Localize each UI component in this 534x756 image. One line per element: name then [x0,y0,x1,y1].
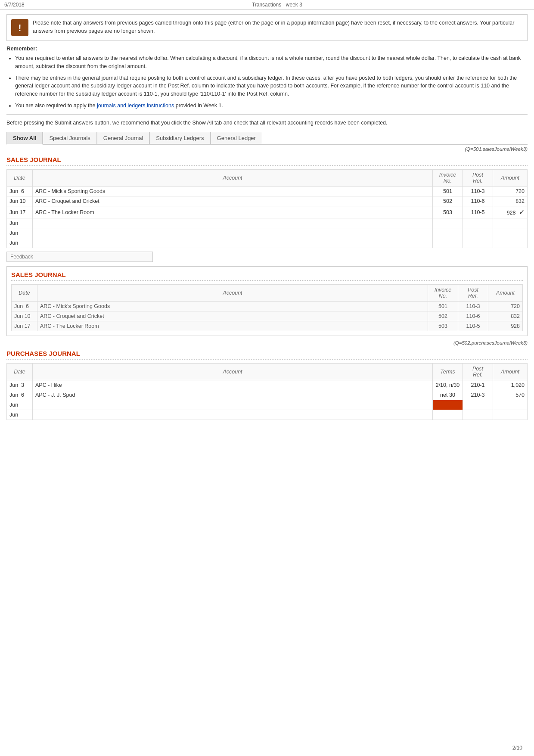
amount-cell: 570 [493,390,528,400]
sales-journal-1-section: SALES JOURNAL Date Account InvoiceNo. Po… [6,156,528,262]
invoice-cell-editable[interactable] [433,238,463,248]
table-row: Jun 17 ARC - The Locker Room 503 110-5 9… [12,321,523,331]
account-cell: ARC - The Locker Room [37,321,428,331]
terms-input[interactable] [435,402,460,408]
amount-input[interactable] [496,220,525,226]
amount-cell-editable[interactable] [493,400,528,410]
postref-cell: 110-5 [458,321,488,331]
col-postref-1: PostRef. [463,170,493,187]
top-bar-title: Transactions - week 3 [252,2,302,8]
invoice-cell-editable[interactable] [433,228,463,238]
sales-journal-1-table: Date Account InvoiceNo. PostRef. Amount … [6,169,528,248]
table-row: Jun 6 ARC - Mick's Sporting Goods 501 11… [12,302,523,311]
postref-cell-editable[interactable] [463,228,493,238]
amount-cell-editable[interactable] [493,238,528,248]
postref-input[interactable] [466,230,490,236]
postref-input[interactable] [466,412,490,418]
amount-input[interactable] [496,412,525,418]
table-row: Jun [7,410,528,420]
svg-text:!: ! [18,22,21,33]
postref-cell: 110-6 [463,196,493,206]
postref-input[interactable] [466,220,490,226]
remember-item-2: There may be entries in the general jour… [15,74,528,98]
date-cell: Jun 6 [7,390,33,400]
postref-cell-editable[interactable] [463,400,493,410]
feedback-row [6,252,528,262]
amount-input[interactable] [496,402,525,408]
table-row: Jun 3 APC - Hike 2/10, n/30 210-1 1,020 [7,380,528,390]
account-cell: ARC - Mick's Sporting Goods [33,187,433,196]
terms-input[interactable] [435,412,460,418]
amount-input[interactable] [496,230,525,236]
tab-special-journals[interactable]: Special Journals [43,132,96,144]
account-cell-editable[interactable] [33,228,433,238]
feedback-input[interactable] [6,252,153,262]
postref-cell: 210-3 [463,390,493,400]
postref-cell-editable[interactable] [463,238,493,248]
terms-cell: net 30 [433,390,463,400]
account-input[interactable] [35,240,430,246]
postref-cell-editable[interactable] [463,218,493,228]
top-bar: 6/7/2018 Transactions - week 3 [0,0,534,10]
sales-journal-2-section: SALES JOURNAL Date Account InvoiceNo. Po… [6,266,528,336]
date-cell: Jun 17 [7,206,33,218]
invoice-cell: 503 [433,206,463,218]
purchases-journal-table: Date Account Terms PostRef. Amount Jun 3… [6,363,528,420]
table-row: Jun [7,238,528,248]
invoice-cell-editable[interactable] [433,218,463,228]
sales-journal-2-title: SALES JOURNAL [11,271,523,281]
col-date-1: Date [7,170,33,187]
account-cell-editable[interactable] [33,218,433,228]
sales-journal-1-title: SALES JOURNAL [6,156,528,166]
before-press: Before pressing the Submit answers butto… [6,114,528,127]
account-cell-editable[interactable] [33,238,433,248]
col-account-2: Account [37,285,428,302]
invoice-input[interactable] [435,230,460,236]
invoice-cell: 501 [428,302,458,311]
remember-item-1: You are required to enter all answers to… [15,54,528,71]
tab-general-journal[interactable]: General Journal [97,132,150,144]
date-cell: Jun 3 [7,380,33,390]
col-date-2: Date [12,285,37,302]
col-account-pj: Account [33,364,433,380]
amount-cell: 928 [488,321,523,331]
tab-general-ledger[interactable]: General Ledger [211,132,262,144]
tab-subsidiary-ledgers[interactable]: Subsidiary Ledgers [149,132,210,144]
amount-cell-editable[interactable] [493,228,528,238]
postref-input[interactable] [466,240,490,246]
account-cell-editable[interactable] [33,410,433,420]
col-postref-2: PostRef. [458,285,488,302]
invoice-input[interactable] [435,240,460,246]
account-cell: APC - Hike [33,380,433,390]
account-input[interactable] [35,412,430,418]
postref-cell-editable[interactable] [463,410,493,420]
account-cell: ARC - Mick's Sporting Goods [37,302,428,311]
invoice-cell: 503 [428,321,458,331]
invoice-input[interactable] [435,220,460,226]
amount-cell: 720 [488,302,523,311]
account-cell: ARC - Croquet and Cricket [33,196,433,206]
remember-section: Remember: You are required to enter all … [6,45,528,110]
table-row: Jun 6 ARC - Mick's Sporting Goods 501 11… [7,187,528,196]
table-row: Jun [7,218,528,228]
account-input[interactable] [35,220,430,226]
terms-cell-highlight[interactable] [433,400,463,410]
journals-link[interactable]: journals and ledgers instructions [97,103,176,109]
postref-input[interactable] [466,402,490,408]
amount-input[interactable] [496,240,525,246]
account-cell-editable[interactable] [33,400,433,410]
table-row: Jun 17 ARC - The Locker Room 503 110-5 9… [7,206,528,218]
remember-item-3: You are also required to apply the journ… [15,102,528,110]
terms-cell-editable[interactable] [433,410,463,420]
amount-cell-editable[interactable] [493,218,528,228]
date-cell-editable: Jun [7,238,33,248]
amount-cell: 720 [493,187,528,196]
amount-cell-editable[interactable] [493,410,528,420]
account-input[interactable] [35,402,430,408]
account-input[interactable] [35,230,430,236]
col-account-1: Account [33,170,433,187]
amount-cell: 928 ✓ [493,206,528,218]
tab-show-all[interactable]: Show All [6,132,43,145]
terms-cell: 2/10, n/30 [433,380,463,390]
date-cell-editable: Jun [7,218,33,228]
